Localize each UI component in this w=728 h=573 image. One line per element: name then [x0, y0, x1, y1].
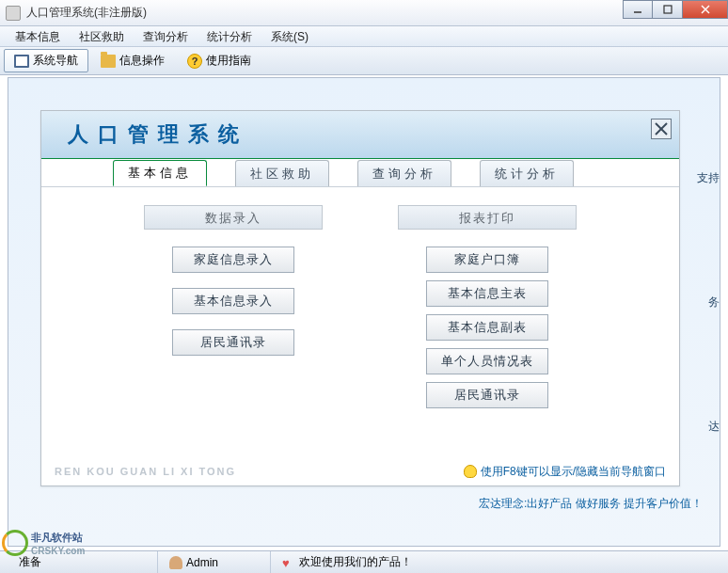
- tab-community-aid[interactable]: 社区救助: [235, 160, 329, 186]
- edge-text: 务: [708, 294, 720, 310]
- watermark-url: CRSKY.com: [31, 546, 85, 556]
- watermark-logo-icon: [2, 530, 28, 556]
- panel-title: 人口管理系统: [68, 120, 248, 149]
- col-data-entry: 数据录入 家庭信息录入 基本信息录入 居民通讯录: [144, 205, 323, 485]
- status-welcome-text: 欢迎使用我们的产品！: [299, 554, 412, 570]
- menu-system[interactable]: 系统(S): [261, 26, 318, 46]
- btn-resident-contacts-print[interactable]: 居民通讯录: [426, 382, 548, 408]
- tab-row: 基本信息 社区救助 查询分析 统计分析: [41, 159, 679, 187]
- btn-household-register[interactable]: 家庭户口簿: [426, 247, 548, 273]
- toolbar-system-nav[interactable]: 系统导航: [4, 49, 88, 72]
- btn-family-info-entry[interactable]: 家庭信息录入: [172, 247, 294, 273]
- tab-query-analysis[interactable]: 查询分析: [357, 160, 451, 186]
- col-report-print: 报表打印 家庭户口簿 基本信息主表 基本信息副表 单个人员情况表 居民通讯录: [398, 205, 577, 485]
- panel-footer: REN KOU GUAN LI XI TONG 使用F8键可以显示/隐藏当前导航…: [41, 457, 679, 485]
- status-ready-label: 准备: [19, 554, 41, 570]
- user-icon: [169, 556, 182, 569]
- nav-panel: 人口管理系统 基本信息 社区救助 查询分析 统计分析 数据录入 家庭信息录入 基…: [40, 110, 680, 486]
- watermark-name: 非凡软件站: [31, 532, 83, 543]
- client-area: 支持 务 达 人口管理系统 基本信息 社区救助 查询分析 统计分析 数据录入 家…: [8, 77, 720, 547]
- menu-basic-info[interactable]: 基本信息: [6, 26, 70, 46]
- menubar: 基本信息 社区救助 查询分析 统计分析 系统(S): [0, 26, 728, 47]
- pinyin-text: REN KOU GUAN LI XI TONG: [55, 466, 236, 477]
- menu-stat-analysis[interactable]: 统计分析: [198, 26, 261, 46]
- maximize-button[interactable]: [653, 0, 683, 19]
- folder-icon: [101, 55, 116, 68]
- toolbar-info-ops[interactable]: 信息操作: [90, 49, 175, 72]
- hint-text: 使用F8键可以显示/隐藏当前导航窗口: [481, 464, 666, 480]
- watermark: 非凡软件站 CRSKY.com: [2, 530, 115, 556]
- titlebar: 人口管理系统(非注册版): [0, 0, 728, 26]
- close-button[interactable]: [683, 0, 728, 19]
- window-title: 人口管理系统(非注册版): [26, 5, 147, 21]
- svg-rect-1: [664, 6, 672, 13]
- close-icon: [655, 122, 668, 135]
- tab-stat-analysis[interactable]: 统计分析: [480, 160, 574, 186]
- panel-close-button[interactable]: [651, 119, 672, 139]
- col-head-data-entry: 数据录入: [144, 205, 323, 230]
- edge-text: 达: [708, 419, 720, 435]
- col-head-report-print: 报表打印: [398, 205, 577, 230]
- menu-query-analysis[interactable]: 查询分析: [134, 26, 198, 46]
- heart-icon: ♥: [282, 556, 295, 569]
- f8-hint: 使用F8键可以显示/隐藏当前导航窗口: [464, 464, 666, 480]
- toolbar-label: 信息操作: [119, 53, 165, 69]
- monitor-icon: [14, 55, 29, 68]
- tab-basic-info[interactable]: 基本信息: [113, 160, 207, 186]
- toolbar: 系统导航 信息操作 ? 使用指南: [0, 47, 728, 75]
- status-user-name: Admin: [186, 556, 218, 569]
- toolbar-label: 使用指南: [206, 53, 251, 69]
- minimize-button[interactable]: [623, 0, 653, 19]
- menu-community-aid[interactable]: 社区救助: [70, 26, 134, 46]
- toolbar-help-guide[interactable]: ? 使用指南: [177, 49, 261, 72]
- btn-individual-status[interactable]: 单个人员情况表: [426, 348, 548, 374]
- btn-basic-info-main[interactable]: 基本信息主表: [426, 280, 548, 307]
- toolbar-label: 系统导航: [33, 53, 78, 69]
- slogan-text: 宏达理念:出好产品 做好服务 提升客户价值！: [479, 496, 703, 512]
- status-user: Admin: [158, 551, 271, 573]
- edge-text: 支持: [697, 170, 720, 186]
- app-icon: [6, 6, 21, 21]
- btn-basic-info-entry[interactable]: 基本信息录入: [172, 288, 294, 314]
- btn-basic-info-sub[interactable]: 基本信息副表: [426, 314, 548, 341]
- window-controls: [623, 0, 728, 19]
- panel-body: 数据录入 家庭信息录入 基本信息录入 居民通讯录 报表打印 家庭户口簿 基本信息…: [41, 188, 679, 485]
- btn-resident-contacts[interactable]: 居民通讯录: [172, 329, 294, 356]
- lightbulb-icon: [464, 465, 477, 478]
- status-welcome: ♥ 欢迎使用我们的产品！: [271, 551, 423, 573]
- help-icon: ?: [187, 54, 202, 69]
- panel-header: 人口管理系统: [41, 111, 679, 160]
